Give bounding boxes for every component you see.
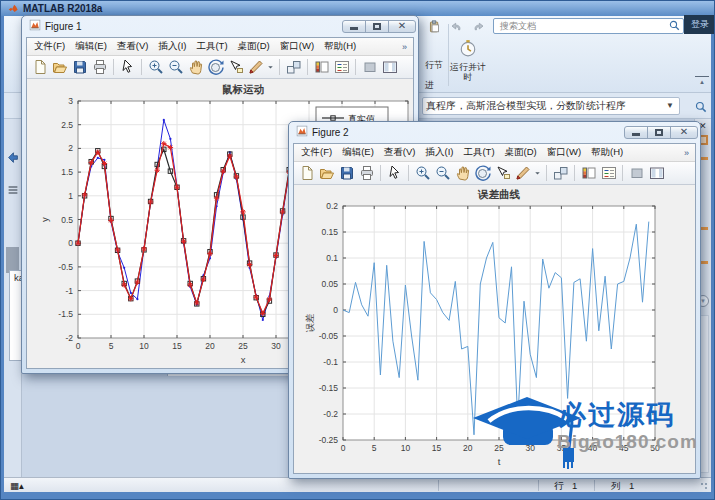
address-dropdown-caret[interactable]: ▼ <box>666 101 674 110</box>
close-button[interactable]: ✕ <box>670 126 698 139</box>
menu-item[interactable]: 插入(I) <box>153 40 191 53</box>
data-cursor-icon[interactable] <box>493 164 512 183</box>
toolbar-separator <box>574 165 575 181</box>
chart-ylabel: y <box>39 217 50 222</box>
open-folder-icon[interactable] <box>50 58 69 77</box>
menu-item[interactable]: 窗口(W) <box>542 146 586 159</box>
ribbon-step-label[interactable]: 进 <box>425 79 434 92</box>
menu-item[interactable]: 工具(T) <box>458 146 499 159</box>
dropdown-caret[interactable] <box>266 58 275 77</box>
search-icon[interactable] <box>669 17 680 35</box>
svg-text:-0.25: -0.25 <box>319 435 339 445</box>
figure2-titlebar[interactable]: Figure 2 ✕ <box>289 122 700 140</box>
link-plot-icon[interactable] <box>284 58 303 77</box>
minimize-button[interactable] <box>342 20 366 33</box>
insert-colorbar-icon[interactable] <box>579 164 598 183</box>
menu-item[interactable]: 编辑(E) <box>70 40 112 53</box>
ribbon-separator <box>448 24 449 86</box>
show-plot-tools-icon[interactable] <box>647 164 666 183</box>
pointer-icon[interactable] <box>385 164 404 183</box>
close-button[interactable]: ✕ <box>388 20 416 33</box>
rotate3d-icon[interactable] <box>473 164 492 183</box>
insert-legend-icon[interactable] <box>332 58 351 77</box>
statusbar-grip-icon[interactable]: ▦▴ <box>10 480 24 491</box>
undo-icon[interactable] <box>447 17 466 36</box>
hide-plot-tools-icon[interactable] <box>360 58 379 77</box>
svg-text:50: 50 <box>650 443 660 453</box>
pan-icon[interactable] <box>186 58 205 77</box>
doc-search-box[interactable]: 搜索文档 <box>493 18 684 34</box>
matlab-desktop: MATLAB R2018a ? 搜索文档 登录 行节 进 运行并计时 ▴ 真程序… <box>0 0 715 500</box>
status-col-value: 1 <box>629 480 634 491</box>
redo-icon[interactable] <box>469 17 488 36</box>
menu-item[interactable]: 工具(T) <box>191 40 232 53</box>
resize-grip[interactable] <box>699 481 709 491</box>
svg-text:40: 40 <box>588 443 598 453</box>
insert-legend-icon[interactable] <box>599 164 618 183</box>
address-search-icon[interactable] <box>692 98 710 115</box>
new-file-icon[interactable] <box>297 164 316 183</box>
figure2-window[interactable]: Figure 2 ✕ 文件(F)编辑(E)查看(V)插入(I)工具(T)桌面(D… <box>288 121 701 479</box>
maximize-button[interactable] <box>647 126 671 139</box>
chart-title: 误差曲线 <box>477 188 521 200</box>
figure1-titlebar[interactable]: Figure 1 ✕ <box>22 16 418 34</box>
zoom-in-icon[interactable] <box>413 164 432 183</box>
svg-text:2.5: 2.5 <box>61 120 73 130</box>
brush-icon[interactable] <box>513 164 532 183</box>
menu-item[interactable]: 文件(F) <box>296 146 337 159</box>
save-icon[interactable] <box>70 58 89 77</box>
menu-item[interactable]: 编辑(E) <box>337 146 379 159</box>
menu-item[interactable]: 文件(F) <box>29 40 70 53</box>
folder-address-input[interactable]: 真程序，高斯混合模型实现，分数阶统计程序 <box>422 97 680 115</box>
pointer-icon[interactable] <box>118 58 137 77</box>
menu-item[interactable]: 查看(V) <box>379 146 421 159</box>
minimize-button[interactable] <box>624 126 648 139</box>
show-plot-tools-icon[interactable] <box>380 58 399 77</box>
run-and-time-button[interactable]: 运行并计时 <box>450 39 486 83</box>
toolbar-separator <box>546 165 547 181</box>
menu-item[interactable]: 桌面(D) <box>500 146 542 159</box>
list-icon[interactable] <box>6 183 20 201</box>
menu-item[interactable]: 窗口(W) <box>275 40 319 53</box>
status-line-value: 1 <box>572 480 577 491</box>
print-icon[interactable] <box>357 164 376 183</box>
chart-xlabel: t <box>498 456 501 467</box>
link-plot-icon[interactable] <box>551 164 570 183</box>
brush-icon[interactable] <box>246 58 265 77</box>
signin-button[interactable]: 登录 <box>684 15 715 34</box>
zoom-out-icon[interactable] <box>433 164 452 183</box>
paste-icon[interactable] <box>425 17 444 36</box>
zoom-out-icon[interactable] <box>166 58 185 77</box>
insert-colorbar-icon[interactable] <box>312 58 331 77</box>
main-titlebar[interactable]: MATLAB R2018a <box>1 1 715 16</box>
menu-item[interactable]: 帮助(H) <box>319 40 361 53</box>
menu-item[interactable]: 插入(I) <box>420 146 458 159</box>
menu-overflow-chevron[interactable]: » <box>402 42 411 52</box>
svg-text:-0.2: -0.2 <box>323 409 338 419</box>
main-window-title: MATLAB R2018a <box>23 3 102 14</box>
hide-plot-tools-icon[interactable] <box>627 164 646 183</box>
print-icon[interactable] <box>90 58 109 77</box>
maximize-button[interactable] <box>365 20 389 33</box>
rotate3d-icon[interactable] <box>206 58 225 77</box>
svg-text:0: 0 <box>76 341 81 351</box>
toolbar-separator <box>380 165 381 181</box>
ribbon-run-section-label[interactable]: 行节 <box>425 59 443 72</box>
menu-item[interactable]: 帮助(H) <box>586 146 628 159</box>
zoom-in-icon[interactable] <box>146 58 165 77</box>
collapse-ribbon-button[interactable]: ▴ <box>695 76 709 87</box>
menu-item[interactable]: 桌面(D) <box>233 40 275 53</box>
svg-text:-0.1: -0.1 <box>323 357 338 367</box>
figure-icon <box>29 17 41 35</box>
status-bar: ▦▴ 行 1 列 1 <box>4 477 711 492</box>
save-icon[interactable] <box>337 164 356 183</box>
pan-icon[interactable] <box>453 164 472 183</box>
menu-item[interactable]: 查看(V) <box>112 40 154 53</box>
menu-overflow-chevron[interactable]: » <box>684 148 693 158</box>
dropdown-caret[interactable] <box>533 164 542 183</box>
open-folder-icon[interactable] <box>317 164 336 183</box>
new-file-icon[interactable] <box>30 58 49 77</box>
statusbar-divider <box>538 480 539 491</box>
data-cursor-icon[interactable] <box>226 58 245 77</box>
back-arrow-icon[interactable] <box>6 151 20 169</box>
